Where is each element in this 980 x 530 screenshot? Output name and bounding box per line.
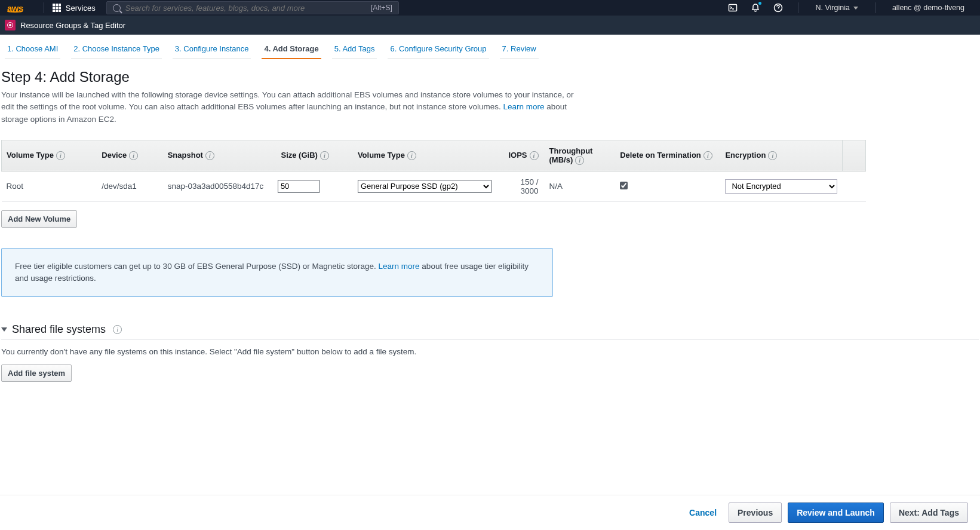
wizard-step-add-tags[interactable]: 5. Add Tags — [332, 42, 377, 59]
th-device: Devicei — [97, 140, 162, 171]
learn-more-link[interactable]: Learn more — [503, 102, 545, 111]
chevron-down-icon — [853, 7, 858, 10]
cell-snapshot: snap-03a3ad00558b4d17c — [163, 171, 273, 201]
divider — [798, 2, 798, 13]
th-throughput: Throughput (MB/s)i — [545, 140, 616, 171]
delete-on-termination-checkbox[interactable] — [620, 182, 628, 189]
info-icon[interactable]: i — [530, 151, 539, 160]
learn-more-link[interactable]: Learn more — [379, 262, 420, 271]
top-navbar: aws Services [Alt+S] N. Virginia — [0, 0, 980, 16]
resource-groups-icon[interactable] — [5, 20, 16, 30]
divider — [875, 2, 875, 13]
info-icon[interactable]: i — [113, 325, 122, 334]
shared-file-systems-description: You currently don't have any file system… — [1, 347, 979, 356]
cell-iops: 150 / 3000 — [499, 171, 545, 201]
info-icon[interactable]: i — [768, 151, 777, 160]
th-encryption: Encryptioni — [720, 140, 842, 171]
page-description: Your instance will be launched with the … — [1, 89, 575, 125]
shared-file-systems-section: Shared file systems i You currently don'… — [1, 323, 979, 382]
th-iops: IOPSi — [499, 140, 545, 171]
size-input[interactable] — [278, 180, 320, 193]
info-icon[interactable]: i — [703, 151, 712, 160]
add-new-volume-button[interactable]: Add New Volume — [1, 210, 77, 228]
cell-volume-type: Root — [2, 171, 97, 201]
account-label: allenc @ demo-tlveng — [892, 4, 964, 12]
th-actions — [842, 140, 865, 171]
grid-icon — [53, 4, 61, 12]
notifications-icon[interactable] — [744, 0, 767, 16]
search-icon — [113, 4, 121, 12]
th-size: Size (GiB)i — [273, 140, 353, 171]
th-delete-on-termination: Delete on Terminationi — [615, 140, 720, 171]
th-volume-type-b: Volume Typei — [353, 140, 499, 171]
cell-device: /dev/sda1 — [97, 171, 162, 201]
wizard-step-configure-instance[interactable]: 3. Configure Instance — [173, 42, 251, 59]
next-add-tags-button[interactable]: Next: Add Tags — [890, 503, 968, 523]
add-file-system-button[interactable]: Add file system — [1, 364, 72, 382]
region-label: N. Virginia — [815, 4, 849, 12]
svg-rect-0 — [729, 5, 737, 11]
table-row: Root /dev/sda1 snap-03a3ad00558b4d17c Ge… — [2, 171, 866, 201]
global-search[interactable]: [Alt+S] — [106, 1, 399, 14]
th-volume-type: Volume Typei — [2, 140, 97, 171]
account-menu[interactable]: allenc @ demo-tlveng — [884, 4, 973, 12]
svg-point-3 — [10, 24, 11, 26]
wizard-footer: Cancel Previous Review and Launch Next: … — [0, 495, 980, 530]
cloudshell-icon[interactable] — [721, 0, 744, 16]
info-icon[interactable]: i — [320, 151, 329, 160]
storage-table: Volume Typei Devicei Snapshoti Size (GiB… — [1, 140, 866, 202]
info-icon[interactable]: i — [575, 156, 584, 165]
subnav-label[interactable]: Resource Groups & Tag Editor — [20, 21, 125, 30]
wizard-step-configure-security-group[interactable]: 6. Configure Security Group — [388, 42, 489, 59]
help-icon[interactable] — [767, 0, 789, 16]
sub-navbar: Resource Groups & Tag Editor — [0, 16, 980, 35]
search-shortcut-hint: [Alt+S] — [371, 4, 392, 12]
cancel-button[interactable]: Cancel — [683, 503, 723, 522]
services-menu[interactable]: Services — [53, 4, 96, 13]
notification-dot — [758, 2, 761, 5]
review-and-launch-button[interactable]: Review and Launch — [788, 503, 884, 523]
info-icon[interactable]: i — [205, 151, 214, 160]
region-selector[interactable]: N. Virginia — [807, 4, 866, 12]
page-title: Step 4: Add Storage — [1, 69, 979, 85]
wizard-step-choose-ami[interactable]: 1. Choose AMI — [5, 42, 60, 59]
caret-down-icon — [1, 327, 7, 332]
cell-throughput: N/A — [545, 171, 616, 201]
wizard-step-add-storage[interactable]: 4. Add Storage — [262, 42, 321, 59]
services-label: Services — [66, 4, 96, 13]
wizard-step-review[interactable]: 7. Review — [500, 42, 539, 59]
previous-button[interactable]: Previous — [729, 503, 782, 523]
wizard-step-choose-instance-type[interactable]: 2. Choose Instance Type — [71, 42, 162, 59]
volume-type-select[interactable]: General Purpose SSD (gp2) — [358, 180, 491, 193]
th-snapshot: Snapshoti — [163, 140, 273, 171]
free-tier-info-box: Free tier eligible customers can get up … — [1, 248, 553, 298]
info-icon[interactable]: i — [56, 151, 65, 160]
search-input[interactable] — [125, 4, 371, 13]
info-icon[interactable]: i — [407, 151, 416, 160]
aws-logo[interactable]: aws — [7, 3, 23, 13]
shared-file-systems-header[interactable]: Shared file systems i — [1, 323, 979, 340]
wizard-steps: 1. Choose AMI 2. Choose Instance Type 3.… — [0, 35, 980, 64]
page-content: Step 4: Add Storage Your instance will b… — [0, 69, 980, 382]
divider — [44, 2, 44, 13]
info-icon[interactable]: i — [129, 151, 138, 160]
shared-file-systems-title: Shared file systems — [12, 323, 106, 336]
encryption-select[interactable]: Not Encrypted — [725, 179, 837, 194]
